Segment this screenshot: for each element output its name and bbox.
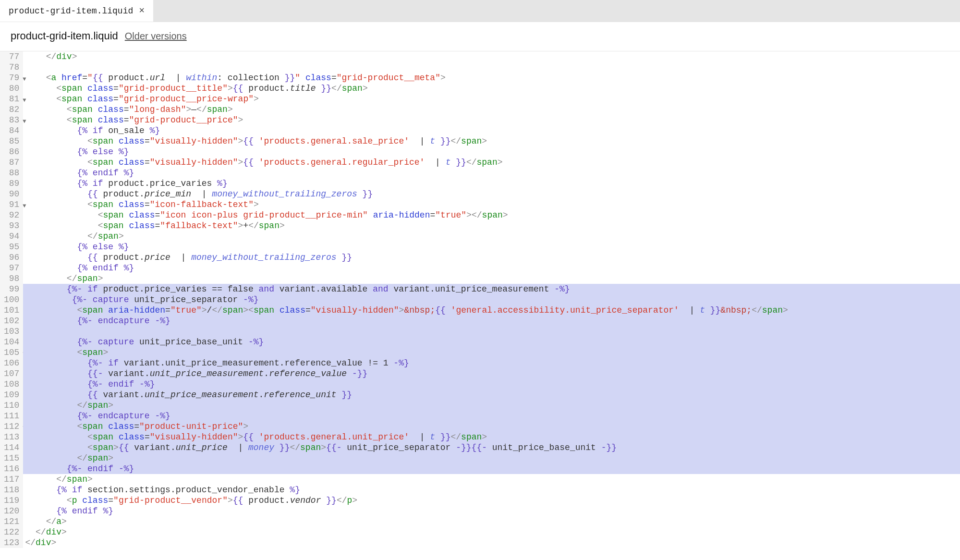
line-number: 97: [4, 263, 19, 273]
line-number: 96: [4, 252, 19, 263]
code-line[interactable]: {% endif %}: [23, 263, 960, 273]
code-line[interactable]: {%- endif -%}: [23, 379, 960, 390]
line-number: 90: [4, 189, 19, 199]
code-line[interactable]: <span class="visually-hidden">{{ 'produc…: [23, 136, 960, 146]
line-number: 114: [4, 442, 19, 453]
code-editor[interactable]: 77 78 79▼ 80 81▼ 82 83▼ 84 85 86 87 88 8…: [0, 51, 960, 548]
line-number: 108: [4, 379, 19, 390]
line-number: 118: [4, 485, 19, 495]
tab-bar: product-grid-item.liquid ×: [0, 0, 960, 22]
code-line[interactable]: <span class="grid-product__price-wrap">: [23, 94, 960, 104]
code-line[interactable]: {{ product.price | money_without_trailin…: [23, 252, 960, 263]
line-number: 84: [4, 125, 19, 136]
code-line[interactable]: <span class="icon icon-plus grid-product…: [23, 210, 960, 220]
code-line[interactable]: {%- capture unit_price_base_unit -%}: [23, 337, 960, 347]
code-line[interactable]: {%- capture unit_price_separator -%}: [23, 294, 960, 305]
line-number: 93: [4, 220, 19, 231]
line-number: 113: [4, 432, 19, 442]
line-number: 101: [4, 305, 19, 316]
line-number: 100: [4, 294, 19, 305]
line-number: 89: [4, 178, 19, 189]
code-line[interactable]: {% if on_sale %}: [23, 125, 960, 136]
line-number: 77: [4, 51, 19, 62]
line-number: 87: [4, 157, 19, 168]
code-line[interactable]: <span>{{ variant.unit_price | money }}</…: [23, 442, 960, 453]
code-line[interactable]: </div>: [23, 537, 960, 548]
line-number: 88: [4, 168, 19, 178]
line-number: 79▼: [4, 73, 19, 83]
line-number: 112▼: [4, 421, 19, 432]
line-number: 86: [4, 146, 19, 157]
code-line[interactable]: {% if section.settings.product_vendor_en…: [23, 485, 960, 495]
code-line[interactable]: </span>: [23, 231, 960, 242]
code-line[interactable]: {% endif %}: [23, 168, 960, 178]
code-line[interactable]: <p class="grid-product__vendor">{{ produ…: [23, 495, 960, 506]
line-number: 92: [4, 210, 19, 220]
code-line[interactable]: </span>: [23, 474, 960, 485]
code-line[interactable]: {%- if variant.unit_price_measurement.re…: [23, 358, 960, 368]
code-line[interactable]: <span class="visually-hidden">{{ 'produc…: [23, 432, 960, 442]
line-number: 103: [4, 326, 19, 337]
code-line[interactable]: {{ product.price_min | money_without_tra…: [23, 189, 960, 199]
line-number: 123: [4, 537, 19, 548]
line-number: 107: [4, 368, 19, 379]
code-line[interactable]: <span class="grid-product__title">{{ pro…: [23, 83, 960, 94]
line-number: 83▼: [4, 115, 19, 125]
code-line[interactable]: {% endif %}: [23, 506, 960, 516]
line-number: 95: [4, 242, 19, 252]
file-name: product-grid-item.liquid: [11, 30, 118, 42]
file-tab[interactable]: product-grid-item.liquid ×: [0, 0, 153, 22]
code-line[interactable]: [23, 62, 960, 73]
code-line[interactable]: <span aria-hidden="true">/</span><span c…: [23, 305, 960, 316]
line-number: 102: [4, 316, 19, 326]
line-number: 99: [4, 284, 19, 294]
code-line[interactable]: [23, 326, 960, 337]
line-number: 120: [4, 506, 19, 516]
line-number: 91▼: [4, 199, 19, 210]
line-number: 78: [4, 62, 19, 73]
code-line[interactable]: </span>: [23, 453, 960, 463]
line-number: 110: [4, 400, 19, 411]
line-number: 106: [4, 358, 19, 368]
line-number: 80: [4, 83, 19, 94]
file-tab-label: product-grid-item.liquid: [9, 6, 133, 16]
close-icon[interactable]: ×: [139, 6, 145, 16]
code-line[interactable]: <span class="long-dash">—</span>: [23, 104, 960, 115]
code-line[interactable]: </span>: [23, 400, 960, 411]
code-line[interactable]: </a>: [23, 516, 960, 527]
code-line[interactable]: </span>: [23, 273, 960, 284]
code-line[interactable]: <span class="grid-product__price">: [23, 115, 960, 125]
code-line[interactable]: {%- endcapture -%}: [23, 316, 960, 326]
code-line[interactable]: {% if product.price_varies %}: [23, 178, 960, 189]
line-number: 116: [4, 463, 19, 474]
line-number: 117: [4, 474, 19, 485]
code-line[interactable]: {%- if product.price_varies == false and…: [23, 284, 960, 294]
line-number: 122: [4, 527, 19, 537]
file-header: product-grid-item.liquid Older versions: [0, 22, 960, 51]
line-number: 104: [4, 337, 19, 347]
code-line[interactable]: <span class="visually-hidden">{{ 'produc…: [23, 157, 960, 168]
code-line[interactable]: {%- endif -%}: [23, 463, 960, 474]
code-line[interactable]: </div>: [23, 527, 960, 537]
code-line[interactable]: {{- variant.unit_price_measurement.refer…: [23, 368, 960, 379]
code-line[interactable]: <span class="icon-fallback-text">: [23, 199, 960, 210]
code-line[interactable]: <span class="fallback-text">+</span>: [23, 220, 960, 231]
code-line[interactable]: <span>: [23, 347, 960, 358]
line-gutter: 77 78 79▼ 80 81▼ 82 83▼ 84 85 86 87 88 8…: [0, 51, 23, 548]
line-number: 109: [4, 390, 19, 400]
code-area[interactable]: </div> <a href="{{ product.url | within:…: [23, 51, 960, 548]
code-line[interactable]: {% else %}: [23, 146, 960, 157]
line-number: 81▼: [4, 94, 19, 104]
line-number: 111: [4, 411, 19, 421]
code-line[interactable]: {% else %}: [23, 242, 960, 252]
code-line[interactable]: </div>: [23, 51, 960, 62]
line-number: 94: [4, 231, 19, 242]
older-versions-link[interactable]: Older versions: [125, 31, 187, 42]
code-line[interactable]: <a href="{{ product.url | within: collec…: [23, 73, 960, 83]
line-number: 82: [4, 104, 19, 115]
code-line[interactable]: <span class="product-unit-price">: [23, 421, 960, 432]
tab-bar-filler: [153, 0, 960, 22]
line-number: 85: [4, 136, 19, 146]
code-line[interactable]: {{ variant.unit_price_measurement.refere…: [23, 390, 960, 400]
code-line[interactable]: {%- endcapture -%}: [23, 411, 960, 421]
